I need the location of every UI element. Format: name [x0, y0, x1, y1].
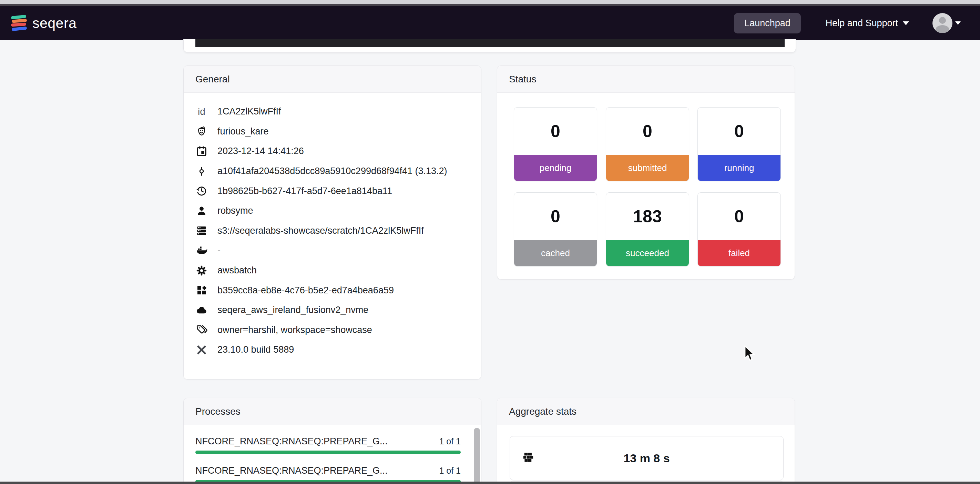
history-icon [196, 185, 208, 197]
aggregate-stats-title: Aggregate stats [509, 406, 576, 417]
seqera-logo-icon [11, 15, 27, 31]
workflow-id-value: 1CA2zlK5lwFfIf [218, 106, 281, 117]
status-tile-failed[interactable]: 0 failed [697, 193, 781, 266]
user-icon [196, 205, 208, 217]
general-row-compute-env-id: b359cc8a-eb8e-4c76-b5e2-ed7a4bea6a59 [184, 280, 481, 300]
general-row-container: - [184, 240, 481, 261]
process-name: NFCORE_RNASEQ:RNASEQ:PREPARE_G... [196, 465, 388, 476]
general-rows: id 1CA2zlK5lwFfIf furious_kare [184, 93, 481, 360]
session-id-value: 1b98625b-b627-417f-a5d7-6ee1a814ba11 [218, 186, 392, 196]
status-title: Status [509, 74, 536, 85]
cached-label: cached [514, 240, 597, 266]
walltime-value: 13 m 8 s [510, 436, 783, 480]
chevron-down-icon [903, 21, 909, 25]
processes-scrollbar-thumb[interactable] [474, 428, 480, 484]
browser-chrome-strip [0, 0, 980, 4]
general-row-labels: owner=harshil, workspace=showcase [184, 320, 481, 340]
succeeded-label: succeeded [606, 240, 689, 266]
pending-count: 0 [514, 108, 597, 155]
aggregate-stats-card: Aggregate stats 13 m 8 s [497, 398, 795, 484]
succeeded-count: 183 [606, 193, 689, 240]
status-tile-running[interactable]: 0 running [697, 107, 781, 182]
status-tile-succeeded[interactable]: 183 succeeded [606, 193, 689, 266]
nextflow-icon [196, 344, 208, 356]
commit-icon [196, 166, 208, 177]
top-navbar: seqera Launchpad Help and Support [0, 6, 980, 40]
brand-name: seqera [32, 15, 76, 31]
process-count: 1 of 1 [439, 466, 461, 476]
status-card-header: Status [497, 66, 795, 93]
user-menu[interactable] [932, 13, 961, 33]
compute-env-id-value: b359cc8a-eb8e-4c76-b5e2-ed7a4bea6a59 [218, 285, 394, 296]
launchpad-button[interactable]: Launchpad [734, 13, 801, 33]
executor-value: awsbatch [218, 265, 257, 276]
status-tile-cached[interactable]: 0 cached [514, 193, 597, 266]
process-row[interactable]: NFCORE_RNASEQ:RNASEQ:PREPARE_G... 1 of 1 [196, 436, 461, 454]
bottom-dark-bar [0, 482, 980, 484]
cloud-icon [196, 304, 208, 316]
compute-env-icon [196, 285, 208, 296]
start-date-value: 2023-12-14 14:41:26 [218, 146, 304, 156]
aggregate-stats-header: Aggregate stats [497, 398, 795, 425]
masks-icon [196, 125, 208, 137]
compute-env-name-value: seqera_aws_ireland_fusionv2_nvme [218, 305, 368, 315]
cached-count: 0 [514, 193, 597, 240]
process-row[interactable]: NFCORE_RNASEQ:RNASEQ:PREPARE_G... 1 of 1 [196, 465, 461, 483]
general-row-session-id: 1b98625b-b627-417f-a5d7-6ee1a814ba11 [184, 181, 481, 201]
id-label: id [196, 106, 208, 117]
process-name: NFCORE_RNASEQ:RNASEQ:PREPARE_G... [196, 436, 388, 447]
processes-title: Processes [196, 406, 240, 417]
labels-value: owner=harshil, workspace=showcase [218, 325, 372, 336]
general-card-header: General [184, 66, 481, 93]
process-count: 1 of 1 [439, 436, 461, 446]
truncated-top-card [183, 39, 796, 53]
pending-label: pending [514, 155, 597, 181]
failed-label: failed [698, 240, 781, 266]
mouse-cursor [744, 345, 757, 363]
general-row-workdir: s3://seqeralabs-showcase/scratch/1CA2zlK… [184, 221, 481, 241]
tags-icon [196, 324, 208, 336]
run-details-page: seqera Launchpad Help and Support Genera… [0, 0, 980, 484]
workdir-value: s3://seqeralabs-showcase/scratch/1CA2zlK… [218, 226, 424, 236]
console-log-bar [196, 39, 784, 47]
general-card: General id 1CA2zlK5lwFfIf furious_kare [183, 65, 481, 379]
help-and-support-menu[interactable]: Help and Support [826, 18, 909, 29]
process-progress-bar [196, 451, 461, 454]
nextflow-version-value: 23.10.0 build 5889 [218, 344, 294, 355]
general-row-compute-env-name: seqera_aws_ireland_fusionv2_nvme [184, 300, 481, 320]
general-row-run-name: furious_kare [184, 122, 481, 142]
failed-count: 0 [698, 193, 781, 240]
commit-value: a10f41afa204538d5dcc89a5910c299d68f94f41… [218, 166, 447, 177]
processes-card-header: Processes [184, 398, 481, 425]
status-tile-submitted[interactable]: 0 submitted [606, 107, 689, 182]
server-icon [196, 225, 208, 237]
general-row-nextflow-version: 23.10.0 build 5889 [184, 340, 481, 360]
processes-card: Processes NFCORE_RNASEQ:RNASEQ:PREPARE_G… [183, 398, 481, 484]
running-count: 0 [698, 108, 781, 155]
seqera-logo[interactable]: seqera [11, 15, 76, 31]
walltime-stat-box: 13 m 8 s [510, 436, 784, 480]
submitted-count: 0 [606, 108, 689, 155]
docker-icon [196, 245, 208, 256]
general-row-executor: awsbatch [184, 261, 481, 280]
general-row-user: robsyme [184, 201, 481, 221]
gear-icon [196, 265, 208, 277]
general-row-id: id 1CA2zlK5lwFfIf [184, 102, 481, 122]
avatar [932, 13, 953, 33]
navbar-right: Launchpad Help and Support [734, 13, 961, 33]
running-label: running [698, 155, 781, 181]
container-value: - [218, 245, 221, 256]
status-tile-pending[interactable]: 0 pending [514, 107, 597, 182]
status-card: Status 0 pending 0 submitted 0 running 0… [497, 65, 795, 280]
calendar-icon [196, 145, 208, 157]
general-row-commit: a10f41afa204538d5dcc89a5910c299d68f94f41… [184, 161, 481, 182]
general-row-start-date: 2023-12-14 14:41:26 [184, 141, 481, 161]
general-title: General [196, 74, 230, 85]
submitted-label: submitted [606, 155, 689, 181]
username-value: robsyme [218, 205, 253, 216]
chevron-down-icon [955, 21, 961, 25]
help-and-support-label: Help and Support [826, 18, 898, 29]
run-name-value: furious_kare [218, 126, 269, 137]
